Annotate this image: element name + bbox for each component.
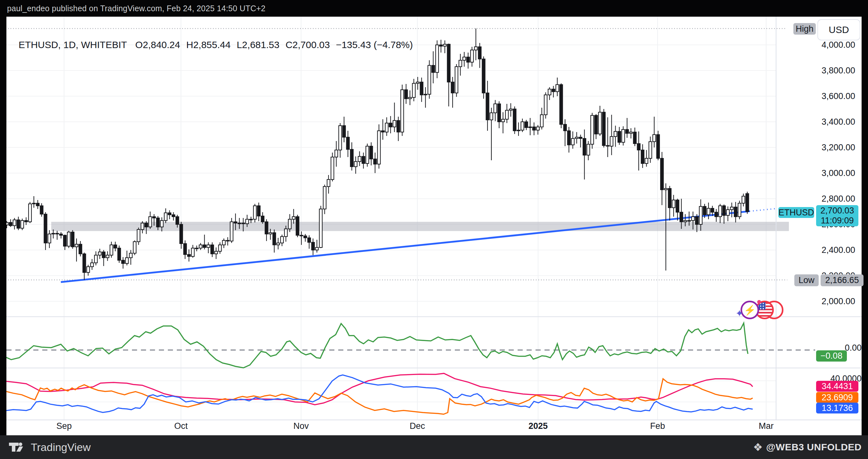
candle (13, 218, 16, 229)
candle (482, 56, 485, 99)
candle (548, 87, 551, 100)
candle (571, 132, 574, 149)
tradingview-brand[interactable]: TradingView (8, 441, 91, 454)
ohlc-open: O2,840.24 (135, 39, 180, 50)
candle (172, 212, 175, 221)
candle (44, 212, 47, 250)
ohlc-change: −135.43 (−4.78%) (336, 39, 413, 50)
candle (257, 203, 260, 221)
price-tick-label: 2,400.00 (815, 245, 855, 255)
candle (195, 246, 198, 251)
candle (622, 126, 625, 145)
candle (416, 77, 419, 90)
price-tick-label: 3,400.00 (815, 117, 855, 127)
candle (133, 240, 136, 255)
candle (742, 194, 745, 206)
candle (486, 81, 489, 131)
candle (610, 115, 613, 155)
candle (36, 200, 39, 209)
candle (676, 199, 679, 221)
time-tick-label: Oct (174, 421, 188, 431)
candle (393, 103, 396, 132)
candle (381, 119, 384, 140)
candle (331, 152, 334, 181)
event-dot-icon (757, 300, 761, 304)
ohlc-high: H2,855.44 (186, 39, 230, 50)
candle (556, 78, 559, 96)
chart-legend: ETHUSD, 1D, WHITEBITO2,840.24H2,855.44L2… (19, 39, 419, 50)
candle (494, 100, 497, 121)
low-value-badge: 2,166.65 (820, 275, 864, 286)
candle (544, 92, 547, 119)
candle (594, 114, 597, 139)
candle (370, 142, 372, 165)
candle (529, 118, 532, 135)
candle (525, 120, 528, 130)
candle (366, 144, 369, 167)
candle (455, 64, 458, 97)
candle (358, 151, 361, 166)
high-marker-badge: High (794, 23, 816, 35)
time-tick-label: Sep (56, 421, 72, 431)
candle (599, 106, 601, 136)
symbol-price-label: ETHUSD (778, 207, 814, 218)
candle (122, 257, 125, 268)
candle (424, 87, 427, 108)
candle (638, 132, 640, 171)
ohlc-low: L2,681.53 (237, 39, 279, 50)
dmi-line--DI (6, 379, 753, 414)
candle (614, 126, 617, 147)
candle (218, 242, 221, 254)
candle (327, 175, 330, 194)
watermark-text: @WEB3 UNFOLDED (766, 442, 862, 453)
candle (203, 235, 206, 249)
candle (653, 117, 656, 147)
event-markers[interactable]: ⚡ ✦ (741, 300, 782, 319)
sparkle-icon: ✦ (735, 308, 743, 319)
candle (707, 203, 710, 219)
candle (715, 209, 718, 222)
candle (149, 211, 152, 229)
candle (672, 195, 675, 217)
candle (168, 210, 171, 219)
candle (633, 127, 637, 146)
candle (91, 259, 94, 270)
price-tick-label: 3,200.00 (815, 143, 855, 152)
watermark: ❖ @WEB3 UNFOLDED (753, 441, 862, 454)
price-tick-label: 3,600.00 (815, 91, 855, 101)
candle (126, 251, 128, 265)
candle (118, 246, 121, 263)
candle (645, 150, 648, 167)
time-tick-label: 2025 (528, 421, 548, 431)
tradingview-logo-text: TradingView (31, 441, 91, 454)
candle (215, 248, 217, 259)
candle (470, 47, 473, 67)
chart-plot (6, 17, 862, 435)
currency-toggle-button[interactable]: USD (817, 19, 860, 40)
candle (60, 232, 62, 238)
candle (315, 240, 318, 253)
price-tick-label: 3,000.00 (815, 168, 855, 178)
chart-canvas[interactable]: ETHUSD, 1D, WHITEBITO2,840.24H2,855.44L2… (6, 17, 862, 435)
candle (641, 144, 644, 168)
candle (517, 122, 520, 136)
candle (292, 209, 295, 224)
oscillator-value-badge: −0.08 (816, 350, 847, 362)
candle (32, 196, 35, 208)
price-tick-label: 3,800.00 (815, 66, 855, 76)
candle (560, 83, 563, 128)
candle (575, 132, 578, 144)
candle (67, 231, 70, 248)
candle (71, 230, 74, 249)
candle (451, 77, 454, 108)
candle (463, 52, 466, 67)
candle (373, 152, 376, 173)
candle (660, 152, 663, 205)
candle (312, 238, 314, 255)
candle (141, 221, 144, 233)
candle (405, 84, 407, 104)
candle (505, 104, 508, 123)
candle (79, 241, 82, 256)
candle (230, 218, 233, 243)
tradingview-published-chart: paul_endeo published on TradingView.com,… (0, 0, 868, 459)
